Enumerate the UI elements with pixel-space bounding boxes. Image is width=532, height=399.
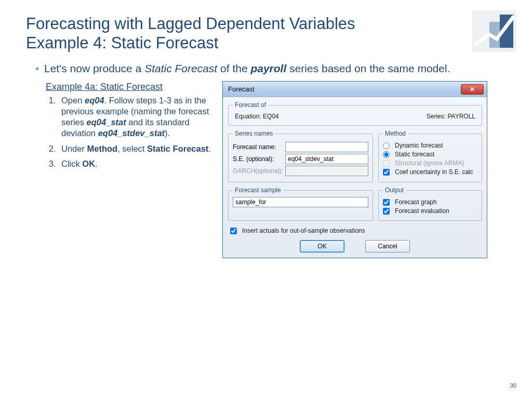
coef-check[interactable] bbox=[383, 169, 390, 176]
step2-sf: Static Forecast bbox=[147, 144, 208, 153]
step3-ok: OK bbox=[82, 159, 95, 168]
intro-pre: Let's now produce a bbox=[44, 62, 144, 74]
series-names-legend: Series names bbox=[233, 130, 275, 137]
intro-post: series based on the same model. bbox=[286, 62, 450, 74]
forecast-of-group: Forecast of Equation: EQ04 Series: PAYRO… bbox=[228, 101, 482, 126]
step1-stat: eq04_stat bbox=[87, 117, 126, 127]
close-icon: ✕ bbox=[470, 86, 475, 93]
eval-check[interactable] bbox=[383, 208, 390, 215]
intro-mid: of the bbox=[217, 62, 250, 74]
forecast-name-label: Forecast name: bbox=[233, 143, 282, 151]
step1-a: Open bbox=[61, 96, 85, 105]
static-radio[interactable] bbox=[383, 151, 390, 158]
forecast-sample-legend: Forecast sample bbox=[233, 187, 283, 194]
step1-eq: eq04 bbox=[85, 96, 104, 105]
title-line-1: Forecasting with Lagged Dependent Variab… bbox=[26, 15, 355, 33]
garch-input bbox=[285, 166, 368, 176]
step-2: Under Method, select Static Forecast. bbox=[58, 143, 213, 154]
intro-payroll: payroll bbox=[250, 62, 286, 74]
structural-label: Structural (ignore ARMA) bbox=[395, 159, 464, 167]
instructions-column: Example 4a: Static Forecast Open eq04. F… bbox=[26, 81, 213, 174]
insert-actuals-label: Insert actuals for out-of-sample observa… bbox=[242, 227, 365, 234]
output-legend: Output bbox=[383, 187, 406, 194]
title-line-2: Example 4: Static Forecast bbox=[26, 34, 218, 52]
sample-input[interactable] bbox=[233, 197, 368, 207]
garch-label: GARCH(optional): bbox=[233, 167, 282, 175]
slide-title: Forecasting with Lagged Dependent Variab… bbox=[26, 15, 452, 52]
forecast-of-legend: Forecast of bbox=[233, 101, 268, 109]
logo-chart-icon bbox=[472, 10, 516, 52]
step2-method: Method bbox=[87, 144, 118, 153]
series-label: Series: PAYROLL bbox=[427, 113, 475, 120]
static-label: Static forecast bbox=[395, 151, 434, 158]
cancel-button[interactable]: Cancel bbox=[365, 240, 410, 252]
se-label: S.E. (optional): bbox=[233, 155, 282, 163]
graph-label: Forecast graph bbox=[395, 198, 437, 206]
forecast-sample-group: Forecast sample bbox=[228, 187, 373, 221]
steps-list: Open eq04. Follow steps 1-3 as in the pr… bbox=[46, 95, 213, 169]
dialog-titlebar: Forecast ✕ bbox=[223, 82, 487, 97]
step1-stdev: eq04_stdev_stat bbox=[98, 128, 165, 138]
graph-check[interactable] bbox=[383, 199, 390, 206]
series-names-group: Series names Forecast name: S.E. (option… bbox=[228, 130, 373, 182]
page-number: 30 bbox=[510, 382, 516, 389]
bullet-icon: • bbox=[35, 62, 39, 76]
step3-b: . bbox=[95, 159, 98, 168]
step-3: Click OK. bbox=[58, 158, 213, 169]
dynamic-label: Dynamic forecast bbox=[395, 142, 443, 149]
se-input[interactable] bbox=[285, 154, 368, 164]
dialog-title: Forecast bbox=[228, 85, 461, 93]
intro-text: Let's now produce a Static Forecast of t… bbox=[44, 62, 506, 76]
slide: Forecasting with Lagged Dependent Variab… bbox=[0, 0, 532, 399]
step1-d: ). bbox=[165, 128, 170, 138]
equation-label: Equation: EQ04 bbox=[235, 113, 279, 120]
step2-c: . bbox=[208, 144, 211, 153]
example-subhead: Example 4a: Static Forecast bbox=[46, 81, 213, 93]
method-group: Method Dynamic forecast Static forecast … bbox=[378, 130, 482, 182]
structural-check bbox=[383, 160, 390, 167]
coef-label: Coef uncertainty in S.E. calc bbox=[395, 168, 473, 176]
insert-actuals-check[interactable] bbox=[230, 228, 237, 234]
eval-label: Forecast evaluation bbox=[395, 207, 449, 215]
intro-static-forecast: Static Forecast bbox=[144, 62, 217, 74]
ok-button[interactable]: OK bbox=[300, 240, 344, 252]
forecast-name-input[interactable] bbox=[285, 142, 368, 152]
forecast-dialog: Forecast ✕ Forecast of Equation: EQ04 Se… bbox=[222, 81, 487, 258]
step-1: Open eq04. Follow steps 1-3 as in the pr… bbox=[58, 95, 213, 139]
step2-b: , select bbox=[117, 144, 147, 153]
dynamic-radio[interactable] bbox=[383, 142, 390, 149]
close-button[interactable]: ✕ bbox=[461, 84, 484, 95]
step3-a: Click bbox=[61, 159, 82, 168]
method-legend: Method bbox=[383, 130, 408, 137]
intro-bullet: • Let's now produce a Static Forecast of… bbox=[35, 62, 506, 76]
output-group: Output Forecast graph Forecast evaluatio… bbox=[378, 187, 482, 221]
step2-a: Under bbox=[61, 144, 87, 153]
